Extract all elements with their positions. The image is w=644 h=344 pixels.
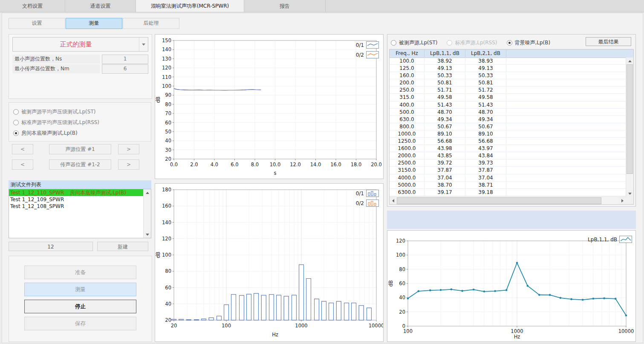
table-row[interactable]: 2500.039.7239.73: [390, 159, 626, 167]
table-row[interactable]: 160.050.3350.33: [390, 72, 626, 79]
table-cell: 39.72: [425, 159, 465, 166]
tab-2[interactable]: 通道设置: [65, 0, 136, 12]
legend-label: 0/2: [356, 52, 364, 58]
measurement-number[interactable]: 12: [9, 242, 93, 251]
scroll-left-icon[interactable]: [390, 197, 397, 204]
table-cell: 43.84: [465, 152, 506, 159]
final-result-button[interactable]: 最后结果: [586, 37, 631, 46]
tab-1[interactable]: 文档设置: [0, 0, 65, 12]
freq-table-body[interactable]: 100.038.9238.93125.049.1349.13160.050.33…: [390, 58, 626, 197]
table-cell: 39.73: [465, 159, 506, 166]
result-chart: 020406080100120100100010000HzdB: [387, 231, 635, 341]
file-list-scrollbar[interactable]: [143, 189, 151, 238]
table-row[interactable]: 250.051.7151.72: [390, 87, 626, 94]
series-0-1-bar-icon: [366, 190, 379, 197]
next-button[interactable]: >: [118, 159, 139, 170]
svg-text:2.0: 2.0: [190, 162, 198, 168]
prev-button[interactable]: <: [12, 144, 33, 154]
table-cell: 89.10: [465, 130, 506, 137]
table-cell: 4000.0: [390, 174, 425, 181]
radio-icon[interactable]: [13, 109, 19, 115]
table-cell: 49.58: [465, 94, 506, 101]
new-file-button[interactable]: 新建: [97, 242, 148, 251]
table-row[interactable]: 125.049.1349.13: [390, 65, 626, 72]
table-row[interactable]: 2000.043.8543.84: [390, 152, 626, 159]
file-name: Test 1_12_109_SPWR: [10, 197, 64, 202]
result-radio[interactable]: 背景噪声,Lp(B): [507, 39, 551, 46]
table-row[interactable]: 1250.056.6856.68: [390, 138, 626, 145]
hscroll-thumb[interactable]: [397, 197, 601, 204]
column-header[interactable]: LpB,2,1, dB: [465, 49, 506, 58]
svg-text:1000: 1000: [295, 323, 307, 329]
table-vscrollbar[interactable]: [626, 58, 633, 197]
table-row[interactable]: 4000.037.0437.04: [390, 174, 626, 182]
test-type-radio-row[interactable]: 标准声源平均声压级测试,Lp(RSS): [13, 117, 151, 128]
position-label-button[interactable]: 传声器位置 #1-2: [49, 159, 111, 170]
table-row[interactable]: 3150.037.8737.87: [390, 167, 626, 174]
chevron-down-icon[interactable]: [139, 38, 148, 51]
column-header[interactable]: LpB,1,1, dB: [425, 49, 465, 58]
radio-label: 被测声源,Lp(ST): [399, 39, 437, 46]
subtab-1[interactable]: 设置: [9, 18, 65, 29]
radio-icon[interactable]: [391, 40, 396, 46]
table-row[interactable]: 400.051.4351.43: [390, 101, 626, 109]
measurement-mode-combo[interactable]: 正式的测量: [12, 37, 148, 52]
file-list-item[interactable]: Test 1_12_108_SPWR: [9, 203, 144, 210]
prev-button[interactable]: <: [12, 159, 33, 170]
table-row[interactable]: 6300.039.1739.18: [390, 189, 626, 196]
test-type-radio-row[interactable]: 房间本底噪声测试,Lp(B): [13, 128, 151, 139]
test-type-radio-row[interactable]: 被测声源平均声压级测试,Lp(ST): [13, 107, 151, 117]
prepare-button[interactable]: 准备: [24, 266, 136, 279]
tab-4[interactable]: 报告: [244, 0, 326, 12]
tab-3[interactable]: 混响室法测试声功率(MCR-SPWR): [136, 0, 244, 12]
table-row[interactable]: 200.050.8150.81: [390, 79, 626, 87]
save-button[interactable]: 保存: [24, 317, 136, 330]
svg-text:80: 80: [165, 268, 171, 274]
table-row[interactable]: 315.049.5849.58: [390, 94, 626, 101]
scroll-up-icon[interactable]: [626, 58, 633, 64]
file-list-item[interactable]: Test 1_12_109_SPWR: [9, 196, 144, 203]
result-radio[interactable]: 标准声源,Lp(RSS): [447, 39, 497, 46]
table-cell: 125.0: [390, 65, 425, 72]
table-row[interactable]: 630.049.3449.34: [390, 116, 626, 123]
svg-text:40: 40: [399, 295, 405, 301]
table-row[interactable]: 100.038.9238.93: [390, 58, 626, 65]
measure-button[interactable]: 测量: [24, 283, 136, 296]
scroll-down-icon[interactable]: [626, 190, 633, 197]
table-cell: 37.04: [425, 174, 465, 181]
table-row[interactable]: 5000.038.7038.71: [390, 182, 626, 189]
table-cell-filler: [506, 130, 626, 137]
table-hscrollbar[interactable]: [390, 197, 626, 204]
column-header[interactable]: Freq., Hz: [390, 49, 425, 58]
radio-icon[interactable]: [507, 40, 512, 46]
table-row[interactable]: 1600.043.9843.97: [390, 145, 626, 152]
position-nav-row: <传声器位置 #1-2>: [9, 159, 151, 170]
table-cell: 37.04: [465, 174, 506, 181]
stop-button[interactable]: 停止: [24, 300, 136, 313]
file-list-item[interactable]: Test 1_12_110_SPWR房间本底噪声测试,Lp(B): [9, 189, 144, 196]
lpb-line-icon: [619, 236, 632, 243]
svg-text:12.0: 12.0: [290, 162, 301, 168]
table-cell: 315.0: [390, 94, 425, 101]
position-label-button[interactable]: 声源位置 #1: [49, 144, 111, 154]
action-buttons: 准备测量停止保存: [9, 256, 152, 342]
table-cell: 48.70: [425, 109, 465, 116]
subtab-3[interactable]: 后处理: [123, 18, 179, 29]
scroll-down-icon[interactable]: [144, 231, 151, 238]
next-button[interactable]: >: [118, 144, 139, 154]
file-list-items: Test 1_12_110_SPWR房间本底噪声测试,Lp(B)Test 1_1…: [9, 189, 144, 238]
radio-icon[interactable]: [447, 40, 452, 46]
table-row[interactable]: 1000.089.1089.10: [390, 130, 626, 138]
table-cell: 50.33: [425, 72, 465, 79]
scroll-up-icon[interactable]: [144, 189, 151, 196]
radio-icon[interactable]: [13, 120, 19, 125]
table-row[interactable]: 800.050.6750.67: [390, 123, 626, 130]
result-radio[interactable]: 被测声源,Lp(ST): [391, 39, 437, 46]
field-value-input[interactable]: 1: [102, 55, 148, 64]
subtab-2[interactable]: 测量: [66, 18, 122, 29]
vscroll-thumb[interactable]: [627, 64, 633, 174]
table-row[interactable]: 500.048.7048.70: [390, 109, 626, 116]
scroll-right-icon[interactable]: [619, 197, 626, 204]
field-value-input[interactable]: 6: [102, 64, 148, 74]
radio-icon[interactable]: [13, 130, 19, 136]
